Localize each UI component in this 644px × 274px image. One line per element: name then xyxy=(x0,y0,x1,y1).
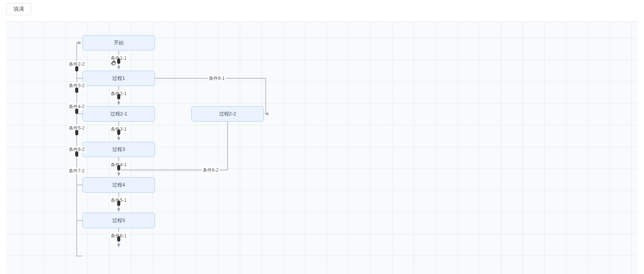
node-proc3[interactable]: 过程3 xyxy=(82,142,155,157)
flow-canvas[interactable]: 开始 过程1 过程2-1 过程2-2 过程3 过程4 过程5 条件1-1 条件2… xyxy=(6,21,638,274)
edge-port[interactable] xyxy=(117,94,120,99)
edge-port[interactable] xyxy=(117,236,120,242)
edge-port[interactable] xyxy=(75,109,78,114)
node-label: 开始 xyxy=(114,39,124,46)
edge-port[interactable] xyxy=(117,130,120,135)
edge-port[interactable] xyxy=(75,151,78,157)
toolbar: 填满 xyxy=(0,0,644,18)
node-proc4[interactable]: 过程4 xyxy=(82,177,155,193)
node-proc2-2[interactable]: 过程2-2 xyxy=(191,106,264,122)
edge-port[interactable] xyxy=(75,130,78,135)
edge-label-c7-2: 条件7-2 xyxy=(68,168,86,174)
node-proc5[interactable]: 过程5 xyxy=(82,213,155,228)
edge-port[interactable] xyxy=(117,201,120,206)
node-label: 过程5 xyxy=(112,217,125,224)
edge-port[interactable] xyxy=(117,165,120,170)
node-start[interactable]: 开始 xyxy=(82,35,155,50)
node-label: 过程3 xyxy=(112,146,125,153)
edge-port[interactable] xyxy=(75,88,78,93)
edge-port[interactable] xyxy=(75,66,78,71)
node-label: 过程4 xyxy=(112,182,125,188)
edge-port[interactable] xyxy=(117,58,120,64)
node-label: 过程2-1 xyxy=(110,110,128,117)
node-proc2-1[interactable]: 过程2-1 xyxy=(82,106,155,122)
fill-button[interactable]: 填满 xyxy=(6,3,31,15)
node-proc1[interactable]: 过程1 xyxy=(82,71,155,86)
edge-label-c8-1: 条件8-1 xyxy=(208,75,226,82)
node-label: 过程2-2 xyxy=(219,110,236,117)
node-label: 过程1 xyxy=(112,75,125,82)
edge-label-c8-2: 条件8-2 xyxy=(202,167,220,173)
